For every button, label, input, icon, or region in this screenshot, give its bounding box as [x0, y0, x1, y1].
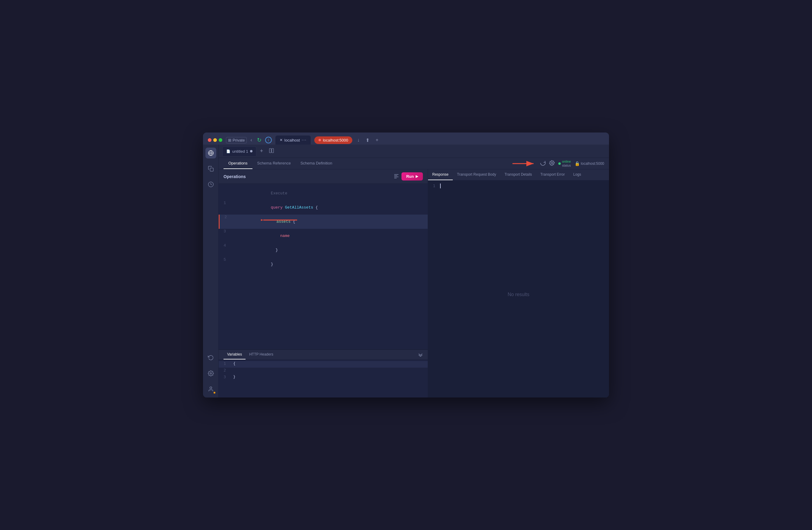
status-label: status [562, 164, 571, 167]
refresh-button[interactable] [540, 160, 546, 167]
file-tab-modified-dot [250, 150, 252, 152]
server-status-dot [319, 139, 321, 141]
download-button[interactable]: ↓ [356, 137, 361, 143]
server-url-display: 🔒 localhost:5000 [575, 161, 604, 166]
sidebar-item-user[interactable] [205, 383, 216, 394]
svg-rect-3 [210, 168, 213, 171]
tab-variables[interactable]: Variables [223, 350, 246, 360]
svg-point-5 [210, 373, 212, 374]
browser-chrome: ⊞ Private ‹ ↻ i ✕ localhost ··· localhos… [203, 132, 609, 144]
tab-logs[interactable]: Logs [569, 169, 585, 180]
code-line-5: 5 } [219, 257, 428, 271]
editor-panel: Operations Run [219, 169, 428, 398]
code-line-4: 4 } [219, 243, 428, 257]
new-tab-button[interactable]: + [374, 137, 379, 143]
close-button[interactable] [208, 138, 212, 142]
file-tab-label: untitled 1 [232, 149, 248, 154]
response-panel: Response Transport Request Body Transpor… [428, 169, 609, 398]
lock-icon: 🔒 [575, 161, 580, 166]
server-url-text: localhost:5000 [581, 162, 604, 166]
address-tab-label: localhost [285, 138, 300, 142]
sidebar-item-settings[interactable] [205, 368, 216, 379]
private-mode-label: ⊞ Private [226, 137, 247, 143]
page-icon: ⊞ [228, 138, 231, 142]
play-icon: ▶ [416, 175, 418, 178]
run-button[interactable]: Run ▶ [402, 172, 423, 181]
tab-response[interactable]: Response [428, 169, 453, 180]
top-tabs-bar: Operations Schema Reference Schema Defin… [219, 158, 609, 169]
server-url-label: localhost:5000 [323, 138, 348, 142]
sidebar-item-refresh[interactable] [205, 352, 216, 363]
minimize-button[interactable] [213, 138, 217, 142]
nav-refresh-button[interactable]: ↻ [256, 136, 263, 144]
sidebar-item-globe[interactable] [205, 148, 216, 158]
browser-titlebar: ⊞ Private ‹ ↻ i ✕ localhost ··· localhos… [208, 136, 604, 144]
execute-label: Execute [271, 191, 288, 196]
var-line-2: 2 [219, 368, 428, 374]
tab-transport-details[interactable]: Transport Details [501, 169, 536, 180]
nav-info-button[interactable]: i [265, 137, 272, 143]
response-line-num: 1 [428, 183, 440, 189]
sidebar-item-history[interactable] [205, 179, 216, 190]
share-button[interactable]: ⬆ [364, 137, 371, 144]
variables-tabs: Variables HTTP Headers [219, 350, 428, 360]
app-layout: 📄 untitled 1 + Operations [203, 144, 609, 398]
tab-favicon: ✕ [280, 138, 282, 142]
collapse-button[interactable] [418, 352, 423, 358]
settings-button[interactable] [549, 160, 555, 167]
format-button[interactable] [394, 173, 399, 180]
tab-http-headers[interactable]: HTTP Headers [246, 350, 277, 360]
nav-back-button[interactable]: ‹ [249, 137, 253, 143]
file-tab-icon: 📄 [226, 149, 230, 153]
red-arrow-right [512, 160, 537, 167]
tab-operations[interactable]: Operations [223, 158, 252, 169]
svg-rect-8 [272, 149, 274, 153]
var-line-1: 1 { [219, 361, 428, 368]
main-content: 📄 untitled 1 + Operations [219, 144, 609, 398]
content-area: Operations Run [219, 169, 609, 398]
operations-actions: Run ▶ [394, 172, 423, 181]
browser-window: ⊞ Private ‹ ↻ i ✕ localhost ··· localhos… [203, 132, 609, 398]
top-tabs-right: online status 🔒 localhost:5000 [512, 160, 604, 167]
operations-title: Operations [223, 174, 246, 179]
code-line-1: 1 query GetAllAssets { [219, 200, 428, 214]
maximize-button[interactable] [219, 138, 222, 142]
var-line-3: 3 } [219, 374, 428, 381]
traffic-lights [208, 138, 222, 142]
variables-editor[interactable]: 1 { 2 3 } [219, 360, 428, 398]
online-label: online [562, 160, 571, 164]
code-line-execute: Execute [219, 186, 428, 200]
svg-point-11 [551, 162, 553, 164]
sidebar-icons [203, 144, 219, 398]
status-dot [558, 162, 561, 165]
tab-transport-error[interactable]: Transport Error [536, 169, 569, 180]
tab-schema-reference[interactable]: Schema Reference [252, 158, 295, 169]
response-tabs: Response Transport Request Body Transpor… [428, 169, 609, 181]
add-tab-button[interactable]: + [258, 147, 266, 155]
layout-button[interactable] [267, 147, 276, 155]
file-tabs: 📄 untitled 1 + [219, 144, 609, 158]
user-notification-dot [213, 391, 216, 394]
response-content: 1 No results [428, 181, 609, 398]
code-line-2: 2 assets { [219, 214, 428, 229]
tab-transport-request-body[interactable]: Transport Request Body [453, 169, 501, 180]
browser-actions: ↓ ⬆ + [356, 137, 379, 144]
response-cursor [440, 183, 441, 189]
server-badge: localhost:5000 [314, 136, 352, 144]
top-tabs-left: Operations Schema Reference Schema Defin… [223, 158, 337, 169]
operations-header: Operations Run [219, 169, 428, 184]
response-cursor-line: 1 [428, 183, 609, 189]
online-status-indicator: online status [558, 160, 571, 167]
sidebar-item-copy[interactable] [205, 163, 216, 174]
variables-panel: Variables HTTP Headers [219, 349, 428, 398]
run-label: Run [406, 174, 414, 179]
code-line-3: 3 name [219, 229, 428, 243]
address-more-button[interactable]: ··· [302, 137, 306, 143]
address-tab[interactable]: ✕ localhost ··· [275, 136, 311, 144]
file-tab-untitled[interactable]: 📄 untitled 1 [222, 147, 256, 156]
code-editor[interactable]: Execute 1 query GetAllAssets { 2 [219, 184, 428, 349]
tab-schema-definition[interactable]: Schema Definition [295, 158, 337, 169]
svg-point-6 [209, 387, 212, 389]
svg-rect-7 [270, 149, 271, 153]
status-text-group: online status [562, 160, 571, 167]
